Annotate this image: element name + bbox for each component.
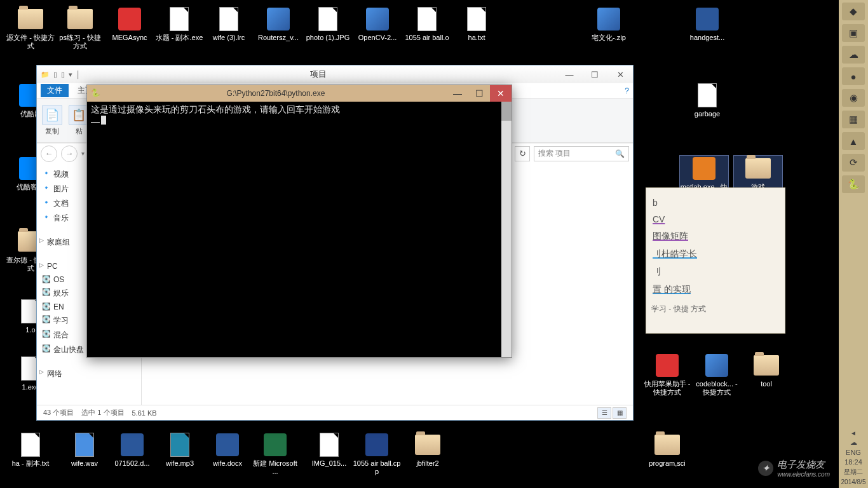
forward-button[interactable]: → [61,146,78,162]
view-details-button[interactable]: ☰ [597,407,611,419]
explorer-titlebar[interactable]: 📁 ▯ ▯ ▾ │ 项目 — ☐ ✕ [37,65,633,83]
sticky-line[interactable]: CV [651,211,780,227]
appbar-item[interactable]: ◉ [842,89,865,107]
tray-arrow[interactable]: ◄ [839,430,868,437]
icon-label: Routersz_v... [254,34,302,42]
console-close-button[interactable]: ✕ [490,85,512,102]
qat-dropdown[interactable]: ▾ [69,71,72,79]
appbar-item[interactable]: ▲ [842,132,865,150]
input-language[interactable]: ENG [839,449,868,456]
console-scrollbar[interactable] [501,102,512,357]
scrollbar-thumb[interactable] [501,102,512,121]
sticky-line[interactable]: 置 的实现 [651,281,780,299]
desktop-icon[interactable]: program,sci [643,432,691,468]
sidebar-header[interactable]: ▷网络 [37,366,141,382]
exe-icon [365,6,390,32]
icon-label: garbage [683,110,731,118]
search-box[interactable]: 搜索 项目 🔍 [534,146,629,161]
desktop-icon[interactable]: photo (1).JPG [304,6,352,42]
desktop-icon[interactable]: 快用苹果助手 - 快捷方式 [643,353,691,396]
exe-icon [119,432,145,458]
desktop-icon[interactable]: wife.mp3 [156,432,204,468]
desktop-icon[interactable]: handgest... [683,6,731,42]
copy-button[interactable]: 📄 复制 [42,105,62,136]
view-icons-button[interactable]: ▦ [613,407,627,419]
icon-label: IMG_015... [305,459,353,468]
close-button[interactable]: ✕ [607,67,633,81]
folder-icon [67,6,93,32]
desktop-icon[interactable]: 1055 air ball.cpp [353,432,401,476]
exe-icon [215,432,240,458]
help-icon[interactable]: ? [625,86,629,95]
desktop-icon[interactable]: 水题 - 副本.exe [155,6,203,42]
appbar-item[interactable]: ▣ [842,24,865,42]
desktop-icon[interactable]: ha.txt [452,6,501,42]
clock-time[interactable]: 18:24 [839,458,868,466]
desktop-icon[interactable]: Routersz_v... [254,6,302,42]
folder-icon [754,353,779,378]
exe-icon [691,156,717,181]
desktop-icon[interactable]: wife (3).lrc [205,6,253,42]
icon-label: program,sci [643,459,691,468]
exe-icon [704,353,729,378]
console-minimize-button[interactable]: — [447,85,468,102]
desktop-icon[interactable]: jbfilter2 [403,432,452,468]
file-icon [72,432,97,458]
qat-item[interactable]: ▯ [53,71,57,79]
file-icon [464,6,489,32]
sticky-line[interactable]: 刂 [651,263,780,281]
desktop-icon[interactable]: tool [742,353,790,388]
refresh-button[interactable]: ↻ [515,146,530,161]
appbar-item[interactable]: ⟳ [842,154,865,172]
icon-label: ha - 副本.txt [6,459,55,468]
sticky-line[interactable]: 刂杜皓学长 [651,245,780,263]
appbar-item[interactable]: ☁ [842,46,865,64]
sticky-note[interactable]: bCV图像矩阵刂杜皓学长刂置 的实现学习 - 快捷 方式 [646,187,785,334]
appbar-item[interactable]: ◆ [842,3,865,20]
back-button[interactable]: ← [41,146,57,162]
desktop-icon[interactable]: 宅文化-.zip [585,6,633,42]
exe-icon [596,6,621,32]
icon-label: 1055 air ball.o [403,34,451,42]
icon-label: ps练习 - 快捷方式 [56,34,104,50]
folder-icon [654,432,680,458]
desktop-icon[interactable]: codeblock... - 快捷方式 [693,353,741,396]
maximize-button[interactable]: ☐ [582,67,607,81]
watermark: ✦ 电子发烧友 www.elecfans.com [758,459,830,478]
console-body[interactable]: 这是通过摄像头来玩的剪刀石头布的游戏，请输入回车开始游戏 — [87,102,512,357]
quick-access-toolbar: 📁 ▯ ▯ ▾ │ [41,71,81,79]
folder-icon: 📁 [41,71,50,79]
minimize-button[interactable]: — [557,67,582,81]
desktop-icon[interactable]: 新建 Microsoft ... [251,432,299,476]
appbar-item[interactable]: ▦ [842,111,865,128]
sticky-line[interactable]: 图像矩阵 [651,227,780,245]
folder-icon [415,432,440,458]
qat-sep: │ [76,71,81,78]
desktop-icon[interactable]: 1055 air ball.o [403,6,451,42]
desktop-icon[interactable]: ps练习 - 快捷方式 [56,6,104,50]
desktop-icon[interactable]: 071502.d... [108,432,156,468]
desktop-icon[interactable]: wife.wav [60,432,109,468]
sticky-line[interactable]: b [651,194,780,211]
console-titlebar[interactable]: 🐍 G:\Python27bit64\python.exe — ☐ ✕ [87,85,512,102]
icon-label: photo (1).JPG [304,34,352,42]
watermark-icon: ✦ [758,461,773,476]
appbar-item[interactable]: ● [842,67,865,85]
desktop-icon[interactable]: 游戏 [734,156,782,191]
watermark-url: www.elecfans.com [777,471,830,478]
history-dropdown[interactable]: ▾ [81,150,85,157]
tray-cloud-icon[interactable]: ☁ [839,438,868,447]
appbar-item[interactable]: 🐍 [842,175,865,193]
explorer-title: 项目 [81,69,557,80]
desktop-icon[interactable]: MEGAsync [105,6,154,42]
qat-item[interactable]: ▯ [61,71,65,79]
desktop-icon[interactable]: wife.docx [203,432,252,468]
desktop-icon[interactable]: OpenCV-2... [353,6,402,42]
desktop-icon[interactable]: ha - 副本.txt [6,432,55,468]
desktop-icon[interactable]: IMG_015... [305,432,353,468]
console-maximize-button[interactable]: ☐ [468,85,490,102]
desktop-icon[interactable]: 源文件 - 快捷方式 [6,6,55,50]
desktop-icon[interactable]: garbage [683,83,731,118]
python-icon: 🐍 [91,88,101,98]
file-tab[interactable]: 文件 [41,84,69,97]
